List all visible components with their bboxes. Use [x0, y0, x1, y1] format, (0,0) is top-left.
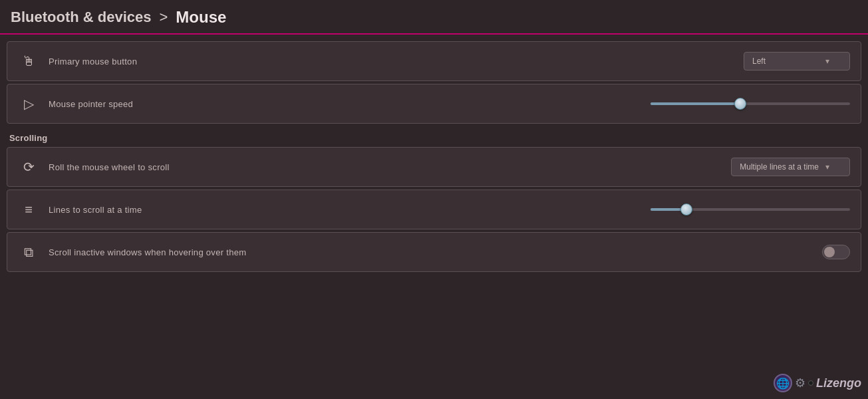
- mouse-button-icon: 🖱: [18, 51, 39, 72]
- watermark-gear-icon: ⚙: [795, 376, 805, 390]
- scroll-inactive-windows-label: Scroll inactive windows when hovering ov…: [49, 247, 246, 257]
- setting-left: 🖱 Primary mouse button: [18, 51, 137, 72]
- breadcrumb-separator: >: [159, 9, 168, 26]
- setting-left: ⟳ Roll the mouse wheel to scroll: [18, 156, 170, 178]
- watermark-text: Lizengo: [816, 376, 861, 390]
- watermark: 🌐 ⚙ Lizengo: [774, 374, 861, 392]
- mouse-pointer-speed-slider-fill: [651, 102, 740, 105]
- setting-left: ⧉ Scroll inactive windows when hovering …: [18, 241, 246, 263]
- page-container: Bluetooth & devices > Mouse 🖱 Primary mo…: [0, 0, 868, 399]
- roll-mouse-wheel-label: Roll the mouse wheel to scroll: [49, 162, 170, 172]
- scrolling-section-label: Scrolling: [7, 126, 861, 147]
- roll-wheel-icon: ⟳: [18, 156, 39, 178]
- roll-mouse-wheel-dropdown[interactable]: Multiple lines at a time: [731, 158, 850, 176]
- pointer-speed-icon: ▷: [18, 93, 39, 114]
- toggle-knob: [824, 247, 835, 257]
- primary-mouse-button-value: Left: [752, 57, 766, 66]
- watermark-globe-icon: 🌐: [774, 374, 792, 392]
- lines-scroll-icon: ≡: [18, 199, 39, 220]
- mouse-pointer-speed-card: ▷ Mouse pointer speed: [7, 84, 861, 124]
- scroll-inactive-icon: ⧉: [18, 241, 39, 263]
- primary-mouse-button-dropdown[interactable]: Left: [744, 52, 850, 70]
- page-title: Mouse: [176, 8, 226, 27]
- lines-to-scroll-label: Lines to scroll at a time: [49, 205, 142, 215]
- watermark-dot: [808, 380, 813, 386]
- lines-to-scroll-slider-track[interactable]: [651, 208, 850, 211]
- lines-to-scroll-slider-thumb[interactable]: [680, 203, 692, 215]
- breadcrumb[interactable]: Bluetooth & devices: [11, 9, 151, 26]
- content-area: 🖱 Primary mouse button Left ▷ Mouse poin…: [0, 35, 868, 281]
- mouse-pointer-speed-slider-container: [651, 102, 850, 105]
- primary-mouse-button-card: 🖱 Primary mouse button Left: [7, 41, 861, 81]
- mouse-pointer-speed-slider-thumb[interactable]: [734, 98, 746, 110]
- mouse-pointer-speed-label: Mouse pointer speed: [49, 99, 133, 109]
- setting-left: ≡ Lines to scroll at a time: [18, 199, 142, 220]
- mouse-pointer-speed-slider-track[interactable]: [651, 102, 850, 105]
- roll-mouse-wheel-value: Multiple lines at a time: [740, 162, 819, 172]
- header: Bluetooth & devices > Mouse: [0, 0, 868, 35]
- lines-to-scroll-slider-container: [651, 208, 850, 211]
- lines-to-scroll-card: ≡ Lines to scroll at a time: [7, 190, 861, 229]
- roll-mouse-wheel-card: ⟳ Roll the mouse wheel to scroll Multipl…: [7, 147, 861, 187]
- scroll-inactive-toggle-container: [822, 245, 850, 259]
- setting-left: ▷ Mouse pointer speed: [18, 93, 133, 114]
- primary-mouse-button-label: Primary mouse button: [49, 57, 137, 66]
- scroll-inactive-windows-card: ⧉ Scroll inactive windows when hovering …: [7, 232, 861, 272]
- scroll-inactive-toggle[interactable]: [822, 245, 850, 259]
